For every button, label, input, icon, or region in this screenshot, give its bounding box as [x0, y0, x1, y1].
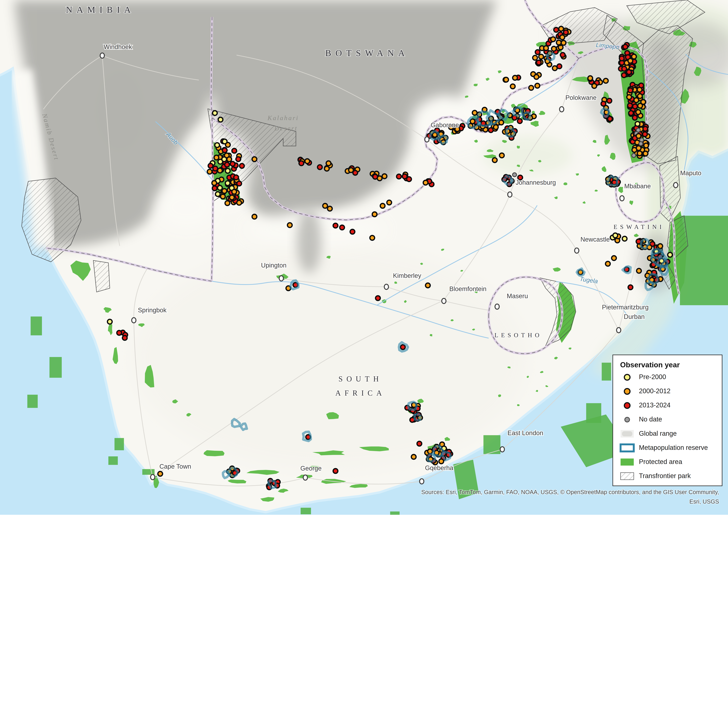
observation-dot [402, 174, 407, 179]
observation-dot [222, 189, 227, 193]
marine-protected-area [602, 363, 611, 380]
observation-dot [619, 56, 624, 61]
observation-dot [633, 104, 637, 109]
observation-dot [607, 98, 612, 103]
city-marker [303, 475, 307, 480]
legend-item-label: Pre-2000 [639, 373, 666, 380]
city-label: Maseru [507, 292, 528, 299]
observation-dot [107, 319, 112, 324]
observation-dot [225, 168, 230, 173]
city-label: Springbok [138, 307, 167, 314]
observation-dot [613, 233, 618, 238]
observation-dot [252, 157, 257, 162]
observation-dot [529, 85, 534, 90]
observation-dot [560, 52, 565, 57]
observation-dot [668, 252, 672, 257]
country-label: AFRICA [335, 389, 385, 397]
observation-dot [208, 163, 213, 168]
observation-dot [536, 60, 541, 65]
observation-dot [370, 235, 375, 240]
observation-dot [216, 192, 220, 196]
marine-protected-area [49, 357, 62, 378]
observation-dot [561, 40, 566, 45]
observation-dot [552, 46, 556, 51]
observation-dot [222, 157, 226, 162]
observation-dot [632, 153, 636, 157]
observation-dot [349, 168, 353, 172]
observation-dot [628, 58, 633, 63]
observation-dot [222, 139, 227, 144]
observation-dot [606, 261, 610, 266]
observation-dot [559, 26, 563, 31]
city-label: Cape Town [159, 463, 191, 470]
city-label: Windhoek [104, 43, 132, 50]
observation-dot [230, 162, 235, 166]
city-marker [384, 284, 388, 290]
city-label: Polokwane [565, 94, 596, 101]
observation-dot [642, 132, 647, 136]
sources-line1: Sources: Esri, TomTom, Garmin, FAO, NOAA… [421, 489, 719, 495]
observation-dot [499, 153, 504, 158]
observation-dot [318, 165, 322, 169]
observation-dot [644, 143, 648, 148]
observation-dot [588, 76, 593, 81]
observation-dot [425, 283, 430, 288]
marine-protected-area [108, 456, 118, 465]
city-label: Newcastle [581, 236, 610, 243]
observation-dot [612, 256, 616, 260]
city-label: East London [508, 429, 543, 437]
observation-dot [658, 244, 662, 249]
observation-dot [237, 181, 242, 186]
legend-symbol-outline [621, 444, 634, 452]
observation-dot [213, 111, 217, 115]
country-label: NAMIBIA [66, 5, 135, 15]
legend-item-label: 2013-2024 [639, 401, 670, 409]
observation-dot [225, 181, 230, 185]
observation-dot [333, 223, 338, 228]
country-label: BOTSWANA [325, 48, 409, 58]
observation-dot [512, 173, 517, 177]
observation-dot [382, 174, 387, 179]
city-label: George [300, 465, 322, 472]
marine-protected-area [680, 216, 728, 305]
country-label: LESOTHO [494, 332, 542, 339]
observation-dot [643, 127, 648, 131]
observation-dot [604, 78, 608, 83]
observation-dot [428, 449, 432, 453]
observation-dot [305, 159, 309, 163]
observation-dot [324, 166, 329, 171]
sources-line2: Esri, USGS [690, 498, 719, 505]
observation-dot [217, 185, 222, 190]
legend: Observation yearPre-20002000-20122013-20… [613, 355, 722, 486]
city-label: Durban [624, 313, 645, 320]
protected-area [517, 145, 520, 148]
city-marker [100, 53, 104, 58]
observation-dot [380, 203, 385, 208]
observation-dot [225, 201, 230, 206]
observation-dot [225, 162, 229, 167]
observation-dot [222, 148, 227, 153]
marine-protected-area [301, 508, 311, 514]
city-marker [500, 447, 504, 452]
city-marker [132, 318, 136, 323]
observation-dot [641, 99, 645, 104]
city-marker [495, 304, 499, 309]
observation-dot [229, 195, 234, 200]
observation-dot [340, 225, 344, 230]
legend-item-label: 2000-2012 [639, 387, 670, 395]
city-marker [620, 196, 624, 201]
city-label: Upington [261, 262, 286, 269]
observation-dot [122, 336, 127, 340]
observation-dot [234, 175, 239, 180]
legend-symbol-fill [621, 458, 634, 466]
observation-dot [218, 168, 222, 173]
legend-item-label: Transfrontier park [639, 472, 691, 479]
map-canvas[interactable]: NAMIBIABOTSWANASOUTHAFRICALESOTHOESWATIN… [0, 0, 728, 515]
marine-protected-area [142, 469, 154, 475]
observation-dot [637, 151, 642, 156]
observation-dot [439, 459, 444, 464]
observation-dot [513, 75, 517, 80]
observation-dot [401, 345, 405, 350]
observation-dot [628, 88, 633, 93]
legend-item-label: Metapopulation reserve [639, 444, 708, 451]
